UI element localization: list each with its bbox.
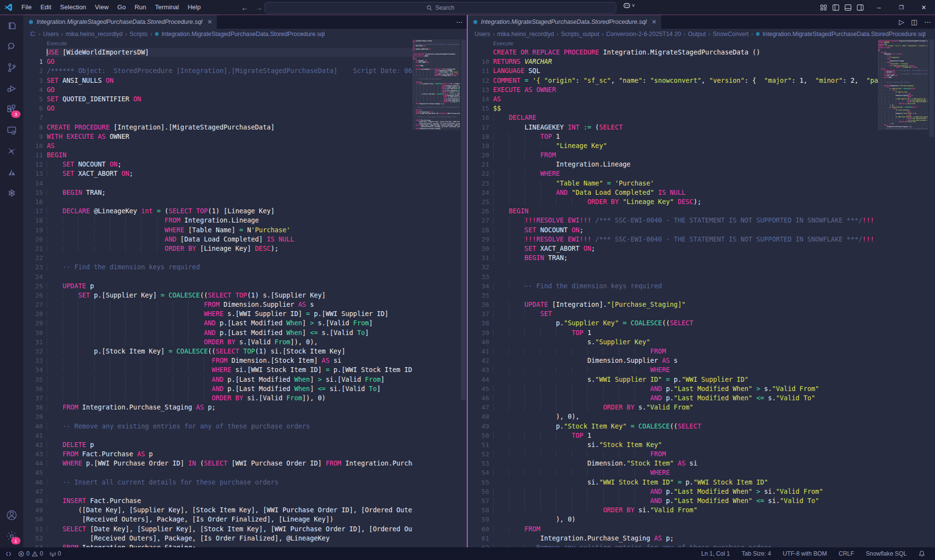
code-line[interactable]: WHERE s.[WWI Supplier ID] = p.[WWI Suppl… — [47, 309, 413, 318]
code-line[interactable]: Integration.Purchase_Staging AS p; — [493, 534, 878, 543]
code-line[interactable]: BEGIN TRAN; — [493, 253, 878, 262]
tab-close-icon[interactable]: ✕ — [651, 19, 656, 25]
tab-right-file[interactable]: ❄ Integration.MigrateStagedPurchaseData.… — [468, 15, 661, 29]
code-line[interactable]: si."Stock Item Key" — [493, 440, 878, 449]
code-line[interactable]: FROM Integration.Lineage — [47, 216, 413, 225]
minimap[interactable]: USE [WideWorldImportersDW]GO/****** Obje… — [413, 39, 460, 547]
code-line[interactable]: AND p.[Last Modified When] > s.[Valid Fr… — [47, 318, 413, 328]
code-line[interactable]: ORDER BY s.[Valid From]), 0), — [47, 337, 413, 347]
code-line[interactable]: "Lineage Key" — [493, 141, 878, 150]
source-control-icon[interactable] — [0, 57, 23, 78]
code-line[interactable]: ORDER BY s."Valid From" — [493, 403, 878, 412]
explorer-icon[interactable] — [0, 15, 23, 36]
breadcrumb-item[interactable]: Users — [475, 31, 490, 37]
editor-group-divider[interactable] — [467, 15, 468, 547]
menu-view[interactable]: View — [91, 3, 113, 11]
remote-explorer-icon[interactable] — [0, 120, 23, 141]
breadcrumb-item[interactable]: SnowConvert — [713, 31, 749, 37]
code-line[interactable]: DECLARE — [493, 113, 878, 122]
notifications-bell-icon[interactable] — [915, 548, 929, 559]
breadcrumb-item[interactable]: mika.heino_recordlyd — [66, 31, 123, 37]
code-line[interactable]: BEGIN TRAN; — [47, 188, 413, 197]
code-line[interactable]: SET XACT_ABORT ON; — [493, 244, 878, 253]
code-line[interactable]: WHERE — [493, 365, 878, 374]
code-line[interactable]: p.[Stock Item Key] = COALESCE((SELECT TO… — [47, 347, 413, 356]
code-line[interactable]: BEGIN — [47, 150, 413, 160]
code-line[interactable]: FROM Integration.Purchase_Staging; — [47, 543, 413, 547]
menu-run[interactable]: Run — [130, 3, 151, 11]
code-line[interactable]: s."WWI Supplier ID" = p."WWI Supplier ID… — [493, 375, 878, 384]
breadcrumb-item[interactable]: C: — [30, 31, 36, 37]
code-line[interactable]: SET p.[Supplier Key] = COALESCE((SELECT … — [47, 291, 413, 300]
more-actions-icon[interactable]: ⋯ — [456, 18, 463, 26]
code-line[interactable] — [493, 291, 878, 300]
split-editor-icon[interactable]: ◫ — [911, 18, 917, 26]
status-tab-size[interactable]: Tab Size: 4 — [738, 548, 775, 559]
restore-button[interactable]: ❐ — [890, 0, 913, 15]
tab-close-icon[interactable]: ✕ — [207, 19, 212, 25]
code-line[interactable]: SET NOCOUNT ON; — [47, 160, 413, 169]
code-line[interactable] — [47, 272, 413, 281]
code-line[interactable]: ORDER BY si.[Valid From]), 0) — [47, 393, 413, 403]
breadcrumb-item[interactable]: mika.heino_recordlyd — [497, 31, 554, 37]
code-line[interactable] — [47, 197, 413, 206]
pinwheel-extension-icon[interactable] — [0, 141, 23, 162]
editor-left[interactable]: 1234567891011121314151617181920212223242… — [23, 39, 467, 547]
code-line[interactable] — [47, 253, 413, 262]
code-line[interactable]: WHERE — [493, 468, 878, 477]
code-line[interactable] — [47, 179, 413, 188]
code-line[interactable]: s."Supplier Key" — [493, 337, 878, 347]
code-line[interactable]: DELETE p — [47, 440, 413, 449]
ports-status[interactable]: 0 — [47, 548, 64, 559]
azure-extension-icon[interactable] — [0, 162, 23, 183]
code-line[interactable]: GO — [47, 104, 413, 113]
editor-right[interactable]: 1011121314151617181920212223242526272829… — [468, 39, 935, 547]
code-line[interactable]: FROM Fact.Purchase AS p — [47, 449, 413, 459]
code-line[interactable]: /****** Object: StoredProcedure [Integra… — [47, 66, 413, 75]
code-line[interactable]: BEGIN — [493, 206, 878, 216]
breadcrumb-item[interactable]: Scripts_output — [561, 31, 599, 37]
copilot-menu[interactable]: ˅ — [623, 1, 635, 10]
code-line[interactable]: LANGUAGE SQL — [493, 66, 878, 75]
code-line[interactable]: si."WWI Stock Item ID" = p."WWI Stock It… — [493, 478, 878, 487]
code-line[interactable]: AS — [47, 141, 413, 150]
settings-gear-icon[interactable]: 1 — [0, 525, 23, 546]
code-line[interactable]: TOP 1 — [493, 328, 878, 337]
more-actions-icon[interactable]: ⋯ — [924, 18, 931, 26]
toggle-secondary-sidebar-icon[interactable] — [857, 4, 864, 11]
code-line[interactable]: AND p."Last Modified When" <= s."Valid T… — [493, 393, 878, 403]
minimap[interactable]: CREATE OR REPLACE PROCEDURE Integration.… — [878, 39, 928, 547]
code-line[interactable]: FROM — [493, 524, 878, 534]
status-language-mode[interactable]: Snowflake SQL — [862, 548, 911, 559]
code-line[interactable]: [Received Outers], Package, [Is Order Fi… — [47, 515, 413, 524]
code-line[interactable]: WHERE si.[WWI Stock Item ID] = p.[WWI St… — [47, 365, 413, 374]
code-line[interactable] — [47, 431, 413, 440]
code-line[interactable]: ), 0) — [493, 515, 878, 524]
code-line[interactable]: Integration.Lineage — [493, 160, 878, 169]
minimap-slider[interactable] — [413, 39, 460, 130]
code-line[interactable]: INSERT Fact.Purchase — [47, 496, 413, 505]
status-encoding[interactable]: UTF-8 with BOM — [779, 548, 831, 559]
code-line[interactable] — [47, 412, 413, 421]
code-line[interactable]: COMMENT = '{ "origin": "sf_sc", "name": … — [493, 76, 878, 85]
problems-status[interactable]: 0 0 — [16, 548, 46, 559]
code-line[interactable]: WHERE [Table Name] = N'Purchase' — [47, 225, 413, 235]
breadcrumb[interactable]: Users›mika.heino_recordlyd›Scripts_outpu… — [468, 29, 935, 39]
scrollbar[interactable] — [928, 39, 935, 547]
code-line[interactable]: -- Insert all current details for these … — [47, 478, 413, 487]
nav-back-icon[interactable]: ← — [241, 3, 248, 12]
code-area[interactable]: CREATE OR REPLACE PROCEDURE Integration.… — [493, 48, 878, 547]
status-eol[interactable]: CRLF — [835, 548, 858, 559]
scrollbar[interactable] — [460, 39, 467, 547]
code-line[interactable]: p."Stock Item Key" = COALESCE((SELECT — [493, 422, 878, 431]
code-line[interactable]: [Received Outers], Package, [Is Order Fi… — [47, 534, 413, 543]
code-line[interactable]: FROM — [493, 150, 878, 160]
code-line[interactable]: -- Find the dimension keys required — [47, 262, 413, 272]
code-line[interactable]: FROM Dimension.Supplier AS s — [47, 300, 413, 309]
toggle-panel-icon[interactable] — [844, 4, 852, 11]
code-line[interactable]: DECLARE @LineageKey int = (SELECT TOP(1)… — [47, 206, 413, 216]
code-line[interactable]: AND [Data Load Completed] IS NULL — [47, 235, 413, 244]
code-line[interactable]: Dimension."Stock Item" AS si — [493, 459, 878, 468]
code-line[interactable]: AND p.[Last Modified When] > si.[Valid F… — [47, 375, 413, 384]
customize-layout-icon[interactable] — [820, 4, 827, 11]
